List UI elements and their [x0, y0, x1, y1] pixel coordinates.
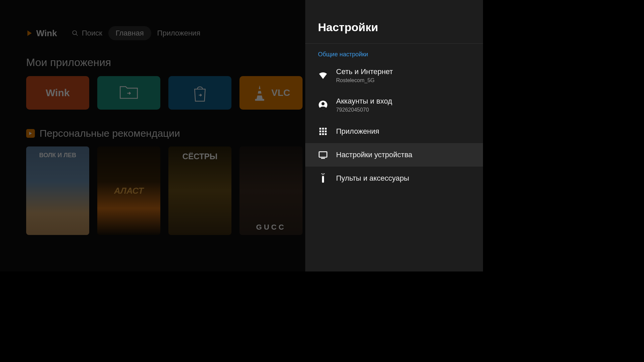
rec-badge-icon	[26, 129, 35, 138]
item-title: Аккаунты и вход	[336, 97, 392, 106]
settings-item-device[interactable]: Настройки устройства	[305, 143, 483, 167]
settings-subhead: Общие настройки	[305, 44, 483, 61]
search-icon	[72, 30, 78, 37]
item-sub: 79262045070	[336, 107, 392, 113]
item-sub: Rostelecom_5G	[336, 77, 393, 83]
poster-title: СЁСТРЫ	[182, 152, 217, 161]
poster-2[interactable]: АЛАСТ	[97, 146, 160, 235]
logo-icon	[26, 29, 34, 37]
settings-item-accounts[interactable]: Аккаунты и вход 79262045070	[305, 90, 483, 120]
apps-grid-icon	[318, 126, 328, 136]
svg-rect-4	[257, 94, 262, 96]
svg-rect-12	[325, 130, 326, 132]
poster-3[interactable]: СЁСТРЫ	[168, 146, 231, 235]
svg-rect-16	[319, 152, 327, 157]
svg-rect-7	[319, 128, 321, 129]
app-tile-files[interactable]	[97, 76, 160, 110]
logo-text: Wink	[36, 28, 57, 39]
item-title: Настройки устройства	[336, 150, 412, 159]
rec-title: Персональные рекомендации	[40, 128, 180, 139]
logo: Wink	[26, 28, 57, 39]
svg-rect-11	[322, 130, 324, 132]
settings-item-remotes[interactable]: Пульты и аксессуары	[305, 167, 483, 190]
tv-icon	[318, 150, 328, 160]
svg-point-0	[72, 31, 76, 35]
svg-rect-14	[322, 133, 324, 135]
search-label: Поиск	[82, 29, 102, 38]
nav: Поиск Главная Приложения	[72, 26, 200, 40]
svg-rect-15	[325, 133, 326, 135]
svg-rect-9	[325, 128, 326, 129]
poster-4[interactable]: GUCC	[239, 146, 303, 235]
wifi-icon	[318, 70, 328, 80]
poster-title: ВОЛК И ЛЕВ	[39, 152, 76, 159]
poster-title: GUCC	[256, 223, 286, 232]
vlc-cone-icon	[252, 84, 267, 102]
poster-1[interactable]: ВОЛК И ЛЕВ	[26, 146, 89, 235]
item-title: Приложения	[336, 127, 379, 136]
app-tile-store[interactable]	[168, 76, 231, 110]
shopping-bag-icon	[192, 84, 208, 102]
remote-icon	[318, 173, 328, 183]
settings-item-apps[interactable]: Приложения	[305, 120, 483, 143]
settings-title: Настройки	[305, 0, 483, 44]
settings-item-network[interactable]: Сеть и Интернет Rostelecom_5G	[305, 61, 483, 90]
folder-icon	[119, 86, 138, 100]
app-tile-wink[interactable]: Wink	[26, 76, 89, 110]
svg-point-6	[321, 102, 324, 105]
svg-rect-3	[258, 89, 261, 91]
svg-rect-13	[319, 133, 321, 135]
svg-rect-8	[322, 128, 324, 129]
app-tile-vlc[interactable]: VLC	[239, 76, 303, 110]
search-button[interactable]: Поиск	[72, 29, 102, 38]
svg-rect-2	[255, 99, 264, 101]
vlc-label: VLC	[271, 87, 290, 98]
nav-tab-apps[interactable]: Приложения	[157, 29, 201, 38]
item-title: Сеть и Интернет	[336, 67, 393, 76]
nav-tab-main[interactable]: Главная	[108, 26, 151, 40]
poster-title: АЛАСТ	[114, 186, 144, 196]
item-title: Пульты и аксессуары	[336, 174, 409, 183]
account-icon	[318, 100, 328, 110]
svg-line-1	[76, 34, 77, 36]
svg-rect-10	[319, 130, 321, 132]
svg-rect-18	[322, 176, 324, 183]
settings-panel: Настройки Общие настройки Сеть и Интерне…	[305, 0, 483, 272]
